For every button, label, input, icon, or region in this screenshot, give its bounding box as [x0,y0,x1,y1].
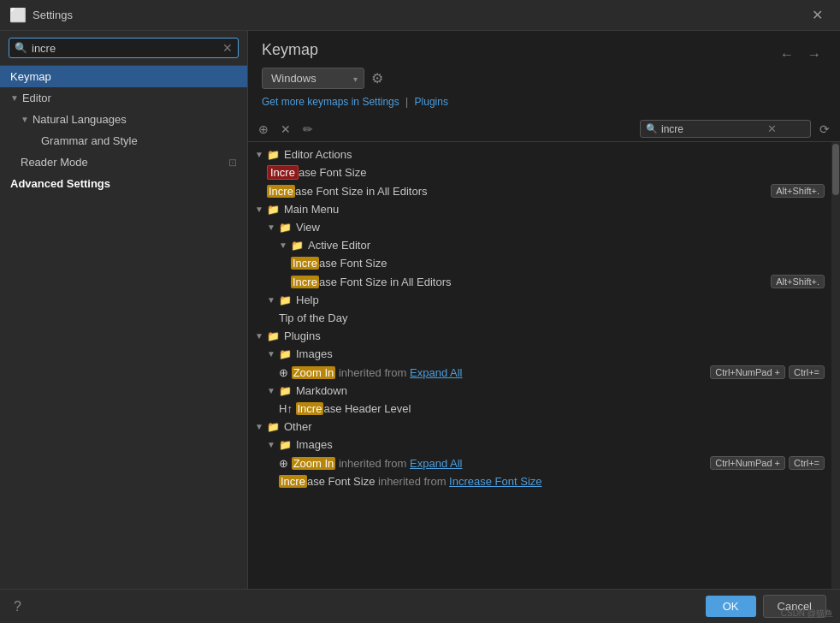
tree-item-label: Images [296,347,825,360]
folder-icon: 📁 [279,439,292,451]
highlight: Incre [296,402,324,415]
tree-item-plugins[interactable]: ▼ 📁 Plugins [248,327,831,345]
sidebar-item-keymap[interactable]: Keymap [0,66,247,87]
get-more-keymaps-link[interactable]: Get more keymaps in Settings [262,96,399,108]
search-input-wrapper[interactable]: 🔍 ✕ [9,38,239,58]
ok-button[interactable]: OK [706,596,756,617]
tree-container[interactable]: ▼ 📁 Editor Actions Increase Font Size In… [248,142,831,589]
highlight: Incre [291,276,319,288]
tree-item-help[interactable]: ▼ 📁 Help [248,291,831,309]
expand-all-link-2[interactable]: Expand All [410,457,462,470]
sidebar-item-label: Advanced Settings [10,177,110,190]
highlight: Incre [267,185,295,198]
restore-button[interactable]: ⟳ [816,121,833,138]
tree-item-label: Editor Actions [284,148,825,161]
keymap-dropdown-wrapper[interactable]: Windows macOS Linux ▾ [262,68,364,89]
edit-button[interactable]: ✏ [299,121,316,138]
folder-icon: 📁 [267,330,280,342]
tree-item-markdown[interactable]: ▼ 📁 Markdown [248,382,831,400]
tree-item-active-editor[interactable]: ▼ 📁 Active Editor [248,236,831,254]
kbd-group: Alt+Shift+. [771,184,825,198]
tree-item-label: Plugins [284,329,825,342]
scrollbar-thumb[interactable] [832,144,839,195]
tree-item-increase-header[interactable]: H↑ Increase Header Level [248,400,831,418]
back-button[interactable]: ← [775,45,799,64]
folder-icon: 📁 [279,222,292,234]
search-input[interactable] [32,42,219,55]
tree-item-increase-font-size-all-2[interactable]: Increase Font Size in All Editors Alt+Sh… [248,272,831,291]
folder-icon: 📁 [267,149,280,161]
tree-item-main-menu[interactable]: ▼ 📁 Main Menu [248,200,831,218]
keymap-dropdown[interactable]: Windows macOS Linux [262,68,364,89]
tree-item-view[interactable]: ▼ 📁 View [248,218,831,236]
page-title: Keymap [262,41,318,59]
watermark: CSDN @猫鱼 [781,608,833,620]
tree-item-label: Increase Font Size [267,166,825,179]
close-button[interactable]: ✕ [805,3,830,27]
folder-icon: 📁 [279,294,292,306]
tree-item-increase-font-size-all[interactable]: Increase Font Size in All Editors Alt+Sh… [248,181,831,200]
chevron-icon: ▼ [255,331,263,341]
tree-item-zoom-in[interactable]: ⊕ Zoom In inherited from Expand All Ctrl… [248,363,831,382]
expand-all-button[interactable]: ⊕ [255,121,272,138]
help-icon[interactable]: ? [14,599,21,614]
plugins-link[interactable]: Plugins [415,96,448,108]
forward-button[interactable]: → [802,45,826,64]
tree-item-label: Increase Font Size in All Editors [267,185,771,198]
scrollbar-track[interactable] [831,142,840,589]
keyboard-shortcut: Ctrl+NumPad + [710,365,785,379]
tree-item-label: Help [296,294,825,306]
keyboard-shortcut: Alt+Shift+. [771,184,825,198]
folder-icon: 📁 [291,240,304,252]
window-title: Settings [33,9,73,21]
tree-item-label: Tip of the Day [279,312,825,324]
tree-item-zoom-in-2[interactable]: ⊕ Zoom In inherited from Expand All Ctrl… [248,454,831,472]
tree-item-label: H↑ Increase Header Level [279,402,825,415]
sidebar-item-label: Grammar and Style [41,134,138,147]
collapse-all-button[interactable]: ✕ [277,121,294,138]
chevron-icon: ▼ [267,349,275,359]
search-clear-icon[interactable]: ✕ [222,41,233,55]
zoom-in-icon: ⊕ [279,366,292,379]
sidebar-item-natural-languages[interactable]: ▼ Natural Languages [0,109,247,130]
sidebar-item-editor[interactable]: ▼ Editor [0,87,247,109]
content-area: Keymap ← → Windows macOS Linux ▾ ⚙ [248,31,840,589]
chevron-icon: ▼ [279,240,287,250]
tree-item-label: Increase Font Size [291,257,825,270]
tree-search-input[interactable] [661,123,764,135]
tree-search-clear-icon[interactable]: ✕ [767,122,777,135]
chevron-icon: ▼ [255,205,263,214]
highlight: Incre [279,475,307,488]
tree-item-tip-of-day[interactable]: Tip of the Day [248,309,831,327]
highlight-red: Incre [267,165,299,180]
keyboard-shortcut: Ctrl+= [789,456,825,470]
chevron-icon: ▼ [267,295,275,305]
increase-font-size-link[interactable]: Increase Font Size [449,475,541,488]
chevron-icon: ▼ [267,440,275,449]
sidebar-item-grammar-style[interactable]: Grammar and Style [0,130,247,151]
tree-item-images[interactable]: ▼ 📁 Images [248,345,831,363]
tree-item-increase-font-size[interactable]: Increase Font Size [248,163,831,181]
expand-all-link[interactable]: Expand All [410,366,462,379]
gear-icon[interactable]: ⚙ [371,70,383,86]
titlebar: ⬜ Settings ✕ [0,0,840,31]
tree-item-label: ⊕ Zoom In inherited from Expand All [279,366,710,379]
tree-item-increase-font-size-3[interactable]: Increase Font Size inherited from Increa… [248,472,831,490]
chevron-icon: ▼ [10,93,19,103]
tree-item-increase-font-size-2[interactable]: Increase Font Size [248,254,831,272]
sidebar-item-label: Natural Languages [33,113,127,126]
content-header: Keymap ← → Windows macOS Linux ▾ ⚙ [248,31,840,116]
sidebar: 🔍 ✕ Keymap ▼ Editor ▼ Natural Languages [0,31,248,589]
tree-item-images-2[interactable]: ▼ 📁 Images [248,436,831,454]
tree-item-other[interactable]: ▼ 📁 Other [248,418,831,436]
app-icon: ⬜ [10,8,26,23]
sidebar-item-advanced-settings[interactable]: Advanced Settings [0,173,247,194]
tree-item-editor-actions[interactable]: ▼ 📁 Editor Actions [248,145,831,163]
chevron-icon: ▼ [255,422,263,431]
highlight: Incre [291,257,319,270]
reader-mode-icon: ⊡ [228,157,237,169]
chevron-icon: ▼ [267,222,275,232]
tree-item-label: Increase Font Size in All Editors [291,276,771,288]
sidebar-item-reader-mode[interactable]: Reader Mode ⊡ [0,151,247,173]
keyboard-shortcut: Ctrl+NumPad + [710,456,785,470]
